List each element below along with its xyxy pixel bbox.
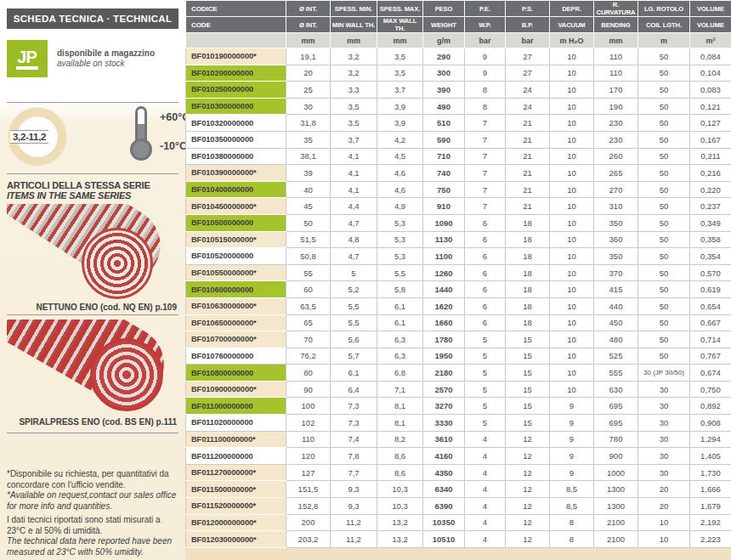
product-code-cell: BF010400000000 <box>186 181 286 198</box>
unit-cell: m³ <box>690 33 731 48</box>
value-cell: 480 <box>594 331 638 348</box>
value-cell: 1130 <box>423 231 465 248</box>
value-cell: 7,3 <box>331 398 377 415</box>
value-cell: 3,2 <box>331 48 377 65</box>
value-cell: 900 <box>594 448 638 465</box>
product-code-cell: BF010700000000* <box>186 331 286 348</box>
unit-cell: mm <box>331 33 377 48</box>
value-cell: 3,7 <box>331 131 377 148</box>
divider <box>7 173 178 174</box>
table-row: BF012000000000*20011,213,210350412821001… <box>186 514 731 531</box>
value-cell: 8 <box>550 514 594 531</box>
value-cell: 1,679 <box>690 498 731 515</box>
value-cell: 10 <box>550 82 594 99</box>
value-cell: 9 <box>550 431 594 448</box>
value-cell: 30 <box>638 398 690 415</box>
value-cell: 50 <box>638 198 690 215</box>
value-cell: 50 <box>638 65 690 82</box>
value-cell: 3,3 <box>331 82 377 99</box>
value-cell: 7 <box>465 148 506 165</box>
product-code-cell: BF010450000000* <box>186 198 286 215</box>
value-cell: 4,9 <box>377 198 423 215</box>
value-cell: 2570 <box>423 381 465 398</box>
value-cell: 10,3 <box>377 498 423 515</box>
value-cell: 6,3 <box>377 348 423 365</box>
table-row: BF01032000000031,83,53,951072110230500,1… <box>186 115 731 132</box>
value-cell: 4 <box>465 431 506 448</box>
value-cell: 4,1 <box>331 165 377 182</box>
value-cell: 40 <box>286 181 331 198</box>
value-cell: 0,104 <box>690 65 731 82</box>
table-row: BF010350000000353,74,259072110230500,167 <box>186 131 731 148</box>
value-cell: 50 <box>638 231 690 248</box>
divider <box>7 433 178 433</box>
value-cell: 12 <box>506 531 550 548</box>
value-cell: 12 <box>506 481 550 498</box>
column-header: P.S. <box>506 1 550 17</box>
value-cell: 50 <box>638 214 690 231</box>
column-header: VOLUME <box>690 1 731 17</box>
value-cell: 5,6 <box>331 331 377 348</box>
value-cell: 0,654 <box>690 297 731 314</box>
value-cell: 360 <box>594 231 638 248</box>
unit-cell: mm <box>594 33 638 48</box>
product-code-cell: BF012030000000* <box>186 531 286 548</box>
column-header: MIN WALL TH. <box>331 17 377 33</box>
value-cell: 12 <box>506 498 550 515</box>
value-cell: 8,2 <box>377 431 423 448</box>
product-code-cell: BF011020000000 <box>186 415 286 432</box>
value-cell: 390 <box>423 82 465 99</box>
value-cell: 50 <box>638 248 690 265</box>
value-cell: 9 <box>465 65 506 82</box>
value-cell: 31,8 <box>286 115 331 132</box>
value-cell: 6,8 <box>377 365 423 382</box>
value-cell: 450 <box>594 314 638 331</box>
value-cell: 18 <box>506 314 550 331</box>
value-cell: 35 <box>286 131 331 148</box>
unit-cell: g/m <box>423 33 465 48</box>
thermometer-icon <box>128 106 156 161</box>
value-cell: 510 <box>423 115 465 132</box>
value-cell: 10350 <box>423 514 465 531</box>
value-cell: 5 <box>465 398 506 415</box>
value-cell: 0,908 <box>690 415 731 432</box>
footnotes: *Disponibile su richiesta, per quantitat… <box>7 469 178 557</box>
value-cell: 70 <box>286 331 331 348</box>
value-cell: 1090 <box>423 214 465 231</box>
product-code-cell: BF010320000000 <box>186 115 286 132</box>
value-cell: 24 <box>506 98 550 115</box>
value-cell: 630 <box>594 381 638 398</box>
value-cell: 4,4 <box>331 198 377 215</box>
value-cell: 5 <box>465 348 506 365</box>
value-cell: 2100 <box>594 514 638 531</box>
value-cell: 3,5 <box>331 115 377 132</box>
series-title-it: ARTICOLI DELLA STESSA SERIE <box>7 180 178 190</box>
value-cell: 10 <box>550 98 594 115</box>
value-cell: 8,5 <box>550 481 594 498</box>
column-header: MAX WALL TH. <box>377 17 423 33</box>
column-header: Ø INT. <box>286 17 331 33</box>
value-cell: 18 <box>506 231 550 248</box>
value-cell: 127 <box>286 464 331 481</box>
table-row: BF010650000000*655,56,1166061810450500,6… <box>186 314 731 331</box>
value-cell: 30 <box>638 448 690 465</box>
value-cell: 7,8 <box>331 448 377 465</box>
column-header: LG. ROTOLO <box>638 1 690 17</box>
value-cell: 10 <box>550 314 594 331</box>
product-code-cell: BF010350000000 <box>186 131 286 148</box>
value-cell: 10 <box>550 365 594 382</box>
value-cell: 15 <box>506 415 550 432</box>
value-cell: 4 <box>465 481 506 498</box>
unit-cell <box>186 33 286 48</box>
value-cell: 6 <box>465 214 506 231</box>
header-row-it: CODICEØ INT.SPESS. MIN.SPESS. MAX.PESOP.… <box>186 1 731 17</box>
value-cell: 30 <box>638 415 690 432</box>
table-row: BF010800000000806,16,821805151055530 (JP… <box>186 365 731 382</box>
value-cell: 1300 <box>594 498 638 515</box>
hose-caption-spiralpress: SPIRALPRESS ENO (cod. BS EN) p.111 <box>7 417 178 427</box>
value-cell: 10 <box>550 297 594 314</box>
value-cell: 50 <box>638 314 690 331</box>
value-cell: 4160 <box>423 448 465 465</box>
value-cell: 7,1 <box>377 381 423 398</box>
table-row: BF011100000000*1107,48,236104129780301,2… <box>186 431 731 448</box>
